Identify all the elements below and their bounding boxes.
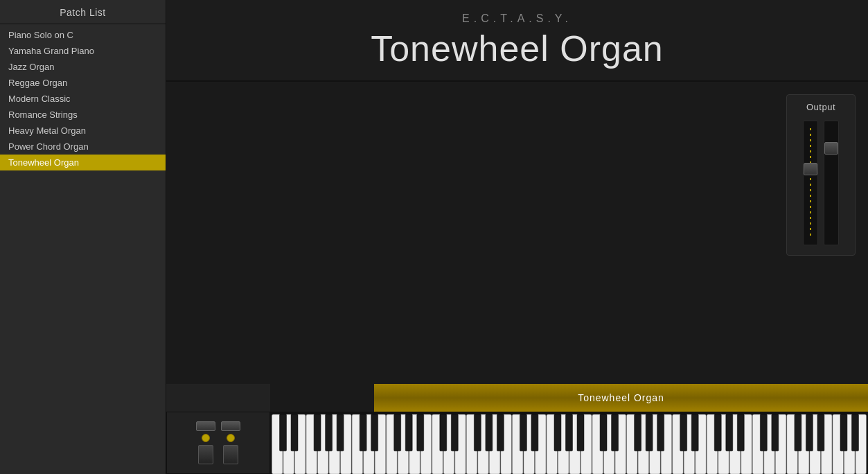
output-slider-right[interactable] — [824, 121, 839, 245]
patch-list-item-2[interactable]: Jazz Organ — [0, 59, 166, 75]
svg-rect-74 — [635, 414, 641, 451]
svg-rect-56 — [337, 414, 344, 451]
slider-dotted-line — [810, 128, 811, 239]
pedal-top-2 — [221, 421, 240, 431]
svg-rect-80 — [726, 414, 733, 451]
output-sliders — [792, 121, 849, 245]
svg-rect-60 — [405, 414, 412, 451]
svg-rect-87 — [840, 414, 847, 451]
svg-rect-71 — [577, 414, 584, 451]
pedal-indicator — [202, 434, 210, 442]
main-area: E.C.T.A.S.Y. Tonewheel Organ Output — [166, 0, 868, 474]
svg-rect-57 — [360, 414, 366, 451]
output-label: Output — [792, 102, 849, 112]
pedal-top — [196, 421, 215, 431]
svg-rect-66 — [497, 414, 504, 451]
pedal-left — [196, 421, 215, 464]
patch-list-item-0[interactable]: Piano Solo on C — [0, 27, 166, 43]
svg-rect-79 — [714, 414, 721, 451]
patch-list-item-5[interactable]: Romance Strings — [0, 107, 166, 123]
patch-list-item-7[interactable]: Power Chord Organ — [0, 139, 166, 155]
svg-rect-65 — [486, 414, 493, 451]
keyboard-instrument-name: Tonewheel Organ — [578, 392, 664, 403]
svg-rect-53 — [291, 414, 298, 451]
content-area: Output Tonewheel Organ — [166, 82, 868, 474]
output-panel: Output — [786, 94, 856, 256]
output-slider-left[interactable] — [803, 121, 818, 245]
svg-rect-85 — [806, 414, 813, 451]
svg-rect-73 — [612, 414, 619, 451]
svg-rect-54 — [314, 414, 321, 451]
keyboard-name-bar: Tonewheel Organ — [374, 384, 868, 412]
patch-list-title: Patch List — [0, 0, 166, 24]
svg-rect-84 — [795, 414, 801, 451]
svg-rect-67 — [520, 414, 526, 451]
svg-rect-62 — [440, 414, 447, 451]
slider-thumb-left[interactable] — [804, 163, 817, 175]
svg-rect-77 — [680, 414, 687, 451]
piano-keyboard[interactable] — [270, 412, 868, 474]
piano-keys-svg[interactable] — [272, 414, 867, 474]
pedal-body-2 — [223, 445, 238, 464]
svg-rect-83 — [772, 414, 779, 451]
svg-rect-76 — [657, 414, 664, 451]
header-area: E.C.T.A.S.Y. Tonewheel Organ — [166, 0, 868, 82]
svg-rect-68 — [531, 414, 538, 451]
keyboard-area: Tonewheel Organ — [166, 384, 868, 474]
svg-rect-78 — [691, 414, 698, 451]
slider-thumb-right[interactable] — [824, 142, 838, 155]
controls-box — [166, 412, 270, 474]
patch-list-item-1[interactable]: Yamaha Grand Piano — [0, 43, 166, 59]
svg-rect-61 — [417, 414, 424, 451]
patch-list-item-6[interactable]: Heavy Metal Organ — [0, 123, 166, 139]
svg-rect-70 — [566, 414, 573, 451]
svg-rect-64 — [474, 414, 481, 451]
svg-rect-75 — [646, 414, 653, 451]
app-title: E.C.T.A.S.Y. — [180, 12, 854, 25]
svg-rect-72 — [600, 414, 607, 451]
svg-rect-59 — [394, 414, 401, 451]
patch-title: Tonewheel Organ — [180, 28, 854, 69]
svg-rect-52 — [280, 414, 287, 451]
patch-list-item-3[interactable]: Reggae Organ — [0, 75, 166, 91]
svg-rect-58 — [371, 414, 378, 451]
svg-rect-88 — [852, 414, 859, 451]
pedal-body — [198, 445, 213, 464]
svg-rect-82 — [760, 414, 767, 451]
svg-rect-63 — [451, 414, 458, 451]
patch-list-item-8[interactable]: Tonewheel Organ — [0, 155, 166, 170]
pedal-indicator-2 — [227, 434, 235, 442]
svg-rect-86 — [817, 414, 824, 451]
patch-list: Piano Solo on CYamaha Grand PianoJazz Or… — [0, 24, 166, 474]
sidebar: Patch List Piano Solo on CYamaha Grand P… — [0, 0, 166, 474]
svg-rect-81 — [737, 414, 744, 451]
patch-list-item-4[interactable]: Modern Classic — [0, 91, 166, 107]
pedal-right — [221, 421, 240, 464]
svg-rect-55 — [326, 414, 333, 451]
svg-rect-69 — [554, 414, 561, 451]
